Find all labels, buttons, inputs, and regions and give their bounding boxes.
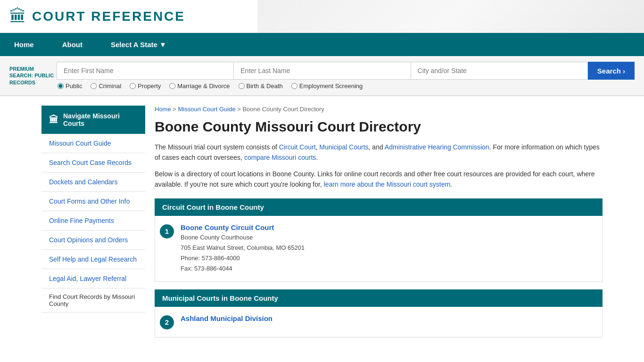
circuit-court-section: Circuit Court in Boone County 1 Boone Co… bbox=[155, 198, 603, 282]
breadcrumb-state[interactable]: Missouri Court Guide bbox=[178, 106, 236, 113]
search-inputs: Search › Public Criminal Property Marria… bbox=[57, 62, 635, 90]
sidebar-active-label: Navigate Missouri Courts bbox=[63, 112, 138, 127]
nav-home[interactable]: Home bbox=[0, 33, 48, 56]
admin-hearing-link[interactable]: Administrative Hearing Commission bbox=[385, 143, 489, 151]
sidebar-item-dockets[interactable]: Dockets and Calendars bbox=[41, 173, 145, 192]
main-content: 🏛 Navigate Missouri Courts Missouri Cour… bbox=[32, 96, 612, 354]
court-number-1: 1 bbox=[160, 224, 174, 239]
radio-public[interactable]: Public bbox=[58, 82, 82, 90]
last-name-input[interactable] bbox=[233, 62, 410, 80]
logo-text: COURT REFERENCE bbox=[32, 9, 185, 24]
search-premium-label: PREMIUM SEARCH: PUBLIC RECORDS bbox=[9, 62, 57, 86]
search-bar: PREMIUM SEARCH: PUBLIC RECORDS Search › … bbox=[0, 56, 644, 96]
compare-courts-link[interactable]: compare Missouri courts bbox=[244, 154, 316, 161]
court-info-boone-circuit: Boone County Circuit Court Boone County … bbox=[181, 223, 597, 274]
sidebar: 🏛 Navigate Missouri Courts Missouri Cour… bbox=[41, 106, 145, 345]
sidebar-active-navigate[interactable]: 🏛 Navigate Missouri Courts bbox=[41, 106, 145, 134]
ashland-municipal-link[interactable]: Ashland Municipal Division bbox=[181, 314, 272, 322]
boone-circuit-court-link[interactable]: Boone County Circuit Court bbox=[181, 223, 274, 231]
breadcrumb: Home > Missouri Court Guide > Boone Coun… bbox=[155, 106, 603, 113]
municipal-courts-link[interactable]: Municipal Courts bbox=[319, 143, 368, 151]
sidebar-item-find-records[interactable]: Find Court Records by Missouri County bbox=[41, 288, 145, 313]
header-background bbox=[257, 0, 644, 33]
navigate-courts-icon: 🏛 bbox=[49, 115, 58, 125]
circuit-court-link[interactable]: Circuit Court bbox=[279, 143, 316, 151]
page-content: Home > Missouri Court Guide > Boone Coun… bbox=[155, 106, 603, 345]
logo-icon: 🏛 bbox=[9, 7, 26, 26]
sidebar-item-search-records[interactable]: Search Court Case Records bbox=[41, 153, 145, 173]
nav-about[interactable]: About bbox=[48, 33, 97, 56]
search-row: Search › bbox=[57, 62, 635, 80]
sidebar-item-opinions[interactable]: Court Opinions and Orders bbox=[41, 230, 145, 250]
first-name-input[interactable] bbox=[57, 62, 233, 80]
sidebar-item-mo-court-guide[interactable]: Missouri Court Guide bbox=[41, 134, 145, 153]
court-info-ashland: Ashland Municipal Division bbox=[181, 314, 597, 322]
search-button[interactable]: Search › bbox=[588, 62, 635, 80]
nav-select-state[interactable]: Select A State ▼ bbox=[97, 33, 181, 56]
circuit-court-header: Circuit Court in Boone County bbox=[155, 198, 603, 216]
more-paragraph: Below is a directory of court locations … bbox=[155, 169, 603, 190]
main-nav: Home About Select A State ▼ bbox=[0, 33, 644, 56]
intro-paragraph: The Missouri trial court system consists… bbox=[155, 142, 603, 163]
breadcrumb-current: Boone County Court Directory bbox=[242, 106, 324, 113]
radio-employment[interactable]: Employment Screening bbox=[291, 82, 363, 90]
court-entry-boone-circuit: 1 Boone County Circuit Court Boone Count… bbox=[155, 216, 603, 282]
breadcrumb-home[interactable]: Home bbox=[155, 106, 171, 113]
radio-criminal[interactable]: Criminal bbox=[91, 82, 121, 90]
page-title: Boone County Missouri Court Directory bbox=[155, 118, 603, 135]
municipal-courts-section: Municipal Courts in Boone County 2 Ashla… bbox=[155, 289, 603, 337]
logo-area[interactable]: 🏛 COURT REFERENCE bbox=[9, 7, 185, 26]
court-number-2: 2 bbox=[160, 315, 174, 329]
radio-property[interactable]: Property bbox=[130, 82, 161, 90]
court-entry-ashland: 2 Ashland Municipal Division bbox=[155, 307, 603, 337]
radio-marriage[interactable]: Marriage & Divorce bbox=[169, 82, 230, 90]
boone-circuit-address: Boone County Courthouse 705 East Walnut … bbox=[181, 232, 597, 274]
sidebar-item-fine-payments[interactable]: Online Fine Payments bbox=[41, 211, 145, 230]
sidebar-item-court-forms[interactable]: Court Forms and Other Info bbox=[41, 192, 145, 211]
city-input[interactable] bbox=[411, 62, 588, 80]
search-filter-radio-group: Public Criminal Property Marriage & Divo… bbox=[57, 82, 635, 90]
municipal-courts-header: Municipal Courts in Boone County bbox=[155, 289, 603, 307]
learn-more-link[interactable]: learn more about the Missouri court syst… bbox=[324, 181, 450, 188]
sidebar-item-legal-aid[interactable]: Legal Aid, Lawyer Referral bbox=[41, 269, 145, 288]
sidebar-item-self-help[interactable]: Self Help and Legal Research bbox=[41, 250, 145, 269]
radio-birth[interactable]: Birth & Death bbox=[239, 82, 283, 90]
site-header: 🏛 COURT REFERENCE bbox=[0, 0, 644, 33]
